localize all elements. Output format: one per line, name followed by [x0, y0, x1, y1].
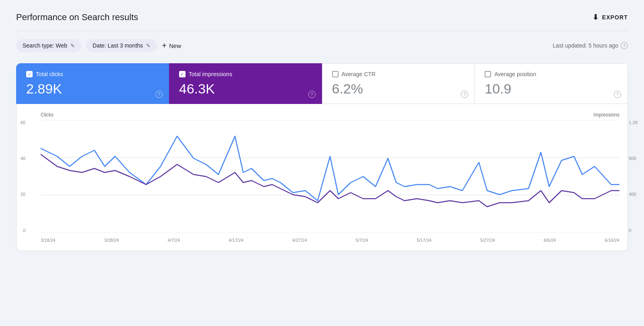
- x-tick-4: 4/17/24: [229, 238, 244, 243]
- x-tick-7: 5/17/24: [417, 238, 431, 243]
- total-clicks-checkbox[interactable]: ✓: [26, 71, 33, 77]
- plus-icon: +: [162, 41, 167, 50]
- export-button[interactable]: ⬇ EXPORT: [592, 13, 628, 22]
- y-right-tick-1200: 1.2K: [629, 120, 638, 125]
- total-impressions-checkbox[interactable]: ✓: [179, 71, 186, 77]
- x-tick-3: 4/7/24: [167, 238, 180, 243]
- metric-card-total-impressions[interactable]: ✓ Total impressions 46.3K ?: [169, 63, 322, 104]
- page-title: Performance on Search results: [16, 12, 138, 23]
- average-ctr-checkbox[interactable]: [332, 71, 339, 77]
- filters-row: Search type: Web ✎ Date: Last 3 months ✎…: [16, 39, 628, 52]
- x-tick-2: 3/28/24: [104, 238, 119, 243]
- total-impressions-value: 46.3K: [179, 81, 312, 97]
- x-tick-5: 4/27/24: [292, 238, 307, 243]
- last-updated-help-icon[interactable]: ?: [621, 42, 628, 49]
- search-type-filter[interactable]: Search type: Web ✎: [16, 39, 81, 52]
- date-label: Date: Last 3 months: [93, 42, 143, 49]
- metric-card-header: Average position: [485, 71, 618, 77]
- chart-x-labels: 3/18/24 3/28/24 4/7/24 4/17/24 4/27/24 5…: [41, 236, 619, 243]
- chart-y-right: 1.2K 800 400 0: [629, 120, 638, 233]
- metrics-row: ✓ Total clicks 2.89K ? ✓ Total impressio…: [16, 63, 628, 104]
- x-tick-1: 3/18/24: [41, 238, 56, 243]
- new-button[interactable]: + New: [162, 41, 181, 50]
- average-position-help-icon[interactable]: ?: [614, 91, 621, 98]
- export-icon: ⬇: [592, 13, 599, 22]
- chart-area: 60 40 20 0 1.2K 800 400 0: [41, 120, 619, 233]
- metric-card-header: ✓ Total impressions: [179, 71, 312, 77]
- metric-card-total-clicks[interactable]: ✓ Total clicks 2.89K ?: [16, 63, 169, 104]
- date-edit-icon: ✎: [146, 43, 151, 49]
- last-updated-text: Last updated: 5 hours ago: [553, 42, 618, 49]
- total-clicks-label: Total clicks: [36, 71, 63, 77]
- x-tick-6: 5/7/24: [356, 238, 368, 243]
- metric-card-average-ctr[interactable]: Average CTR 6.2% ?: [322, 63, 475, 104]
- y-left-tick-0: 0: [23, 228, 25, 233]
- y-left-tick-40: 40: [21, 156, 25, 161]
- chart-container: Clicks Impressions 60 40 20 0 1.2K 800 4…: [16, 104, 628, 251]
- average-position-value: 10.9: [485, 81, 618, 97]
- search-type-label: Search type: Web: [23, 42, 67, 49]
- x-tick-10: 6/16/24: [605, 238, 619, 243]
- y-left-axis-label: Clicks: [41, 112, 54, 118]
- average-ctr-help-icon[interactable]: ?: [461, 91, 468, 98]
- average-position-label: Average position: [494, 71, 536, 77]
- metric-card-average-position[interactable]: Average position 10.9 ?: [475, 63, 628, 104]
- total-clicks-value: 2.89K: [26, 81, 159, 97]
- chart-y-left: 60 40 20 0: [21, 120, 25, 233]
- metric-card-header: Average CTR: [332, 71, 465, 77]
- y-right-tick-400: 400: [629, 192, 636, 197]
- new-label: New: [169, 42, 181, 49]
- x-tick-8: 5/27/24: [480, 238, 495, 243]
- average-ctr-label: Average CTR: [342, 71, 376, 77]
- y-left-tick-20: 20: [21, 192, 25, 197]
- average-ctr-value: 6.2%: [332, 81, 465, 97]
- header-divider: [16, 31, 628, 31]
- search-type-edit-icon: ✎: [70, 43, 75, 49]
- chart-axes-labels: Clicks Impressions: [41, 112, 619, 118]
- y-right-tick-800: 800: [629, 156, 636, 161]
- x-tick-9: 6/6/24: [544, 238, 556, 243]
- last-updated: Last updated: 5 hours ago ?: [553, 42, 628, 49]
- y-right-tick-0: 0: [629, 228, 631, 233]
- total-impressions-label: Total impressions: [189, 71, 232, 77]
- total-impressions-help-icon[interactable]: ?: [308, 91, 316, 98]
- export-label: EXPORT: [602, 14, 628, 21]
- y-left-tick-60: 60: [21, 120, 25, 125]
- y-right-axis-label: Impressions: [593, 112, 619, 118]
- page-header: Performance on Search results ⬇ EXPORT: [16, 12, 628, 23]
- average-position-checkbox[interactable]: [485, 71, 491, 77]
- date-filter[interactable]: Date: Last 3 months ✎: [86, 39, 157, 52]
- total-clicks-help-icon[interactable]: ?: [155, 91, 163, 98]
- chart-svg: [41, 120, 619, 233]
- metric-card-header: ✓ Total clicks: [26, 71, 159, 77]
